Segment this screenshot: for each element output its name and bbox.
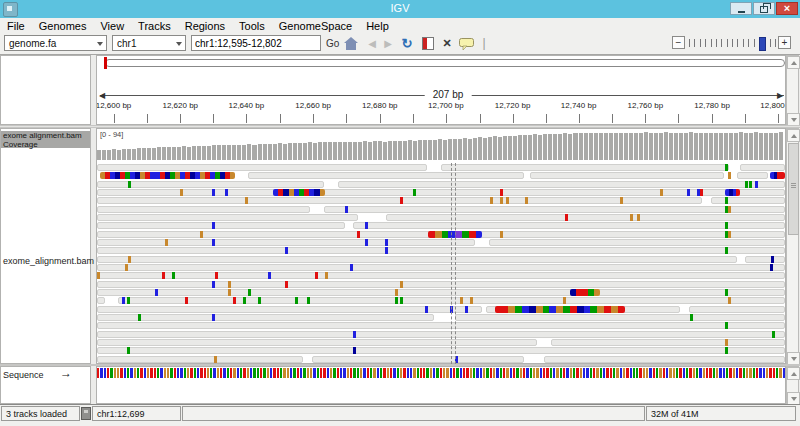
mismatch-read[interactable] (100, 172, 235, 179)
sequence-base (107, 368, 109, 378)
coverage-bar (363, 141, 367, 160)
minimize-button[interactable] (730, 2, 752, 15)
locus-input[interactable] (191, 35, 321, 51)
read[interactable] (97, 322, 785, 329)
read[interactable] (97, 264, 785, 271)
chromosome-select[interactable]: chr1 (112, 35, 186, 51)
read[interactable] (97, 222, 345, 229)
alignment-row (97, 322, 785, 330)
read[interactable] (737, 172, 768, 179)
track-name-coverage[interactable]: exome alignment.bam Coverage (1, 131, 90, 148)
mismatch-base (604, 306, 611, 313)
coverage-bar (694, 133, 698, 160)
read[interactable] (97, 289, 785, 296)
read[interactable] (312, 356, 524, 363)
track-name-alignment[interactable]: exome_alignment.bam (3, 256, 94, 266)
read[interactable] (97, 239, 475, 246)
sequence-scrollbar[interactable] (786, 366, 799, 404)
read[interactable] (324, 206, 785, 213)
read[interactable] (97, 247, 785, 254)
read[interactable] (97, 314, 434, 321)
region-tool-button[interactable] (421, 35, 435, 51)
menu-tools[interactable]: Tools (232, 20, 272, 32)
read[interactable] (97, 356, 303, 363)
forward-button[interactable]: ▶ (382, 35, 394, 51)
mismatch-base (230, 172, 235, 179)
read[interactable] (489, 239, 785, 246)
zoom-tick (705, 39, 706, 47)
sequence-base (736, 368, 738, 378)
genome-select[interactable]: genome.fa (4, 35, 107, 51)
read[interactable] (97, 339, 537, 346)
mismatch-read[interactable] (570, 289, 600, 296)
coverage-bar (288, 143, 292, 160)
zoom-slider[interactable] (689, 37, 775, 49)
read[interactable] (97, 347, 785, 354)
menu-help[interactable]: Help (359, 20, 396, 32)
menu-genomespace[interactable]: GenomeSpace (272, 20, 359, 32)
read[interactable] (745, 256, 785, 263)
read[interactable] (248, 172, 523, 179)
chromosome-ideogram[interactable] (105, 59, 785, 67)
read[interactable] (97, 164, 427, 171)
data-scrollbar[interactable] (786, 128, 799, 364)
sequence-base (423, 368, 425, 378)
menu-view[interactable]: View (93, 20, 131, 32)
alignment-track[interactable] (97, 164, 785, 364)
read[interactable] (455, 314, 785, 321)
read[interactable] (689, 306, 785, 313)
read[interactable] (97, 181, 324, 188)
read[interactable] (544, 356, 785, 363)
close-button[interactable]: × (776, 2, 798, 15)
read[interactable] (740, 164, 785, 171)
scrollbar-thumb[interactable] (788, 143, 799, 235)
sequence-strand-arrow-icon[interactable]: → (60, 366, 72, 380)
mismatch-tick (395, 297, 398, 304)
read[interactable] (97, 281, 785, 288)
sequence-base (590, 368, 592, 378)
read[interactable] (551, 339, 785, 346)
read[interactable] (97, 331, 785, 338)
mismatch-read[interactable] (495, 306, 625, 313)
scroll-up-icon[interactable] (787, 367, 800, 380)
read[interactable] (386, 214, 785, 221)
maximize-button[interactable] (753, 2, 775, 15)
read[interactable] (97, 272, 785, 279)
menu-file[interactable]: File (0, 20, 32, 32)
read[interactable] (338, 181, 785, 188)
read[interactable] (353, 222, 785, 229)
sequence-base (613, 368, 615, 378)
menu-genomes[interactable]: Genomes (32, 20, 94, 32)
fit-tracks-button[interactable]: ✕ (441, 35, 453, 51)
read[interactable] (97, 214, 358, 221)
scroll-up-icon[interactable] (787, 56, 800, 69)
mismatch-read[interactable] (770, 172, 785, 179)
menu-regions[interactable]: Regions (178, 20, 232, 32)
read[interactable] (97, 256, 737, 263)
popup-text-button[interactable] (458, 35, 474, 51)
track-name-sequence[interactable]: Sequence (3, 370, 44, 380)
read[interactable] (97, 297, 105, 304)
read[interactable] (711, 197, 785, 204)
zoom-in-button[interactable]: + (778, 36, 791, 49)
mismatch-read[interactable] (725, 189, 740, 196)
coverage-bar (378, 141, 382, 160)
zoom-out-button[interactable]: − (672, 36, 685, 49)
home-button[interactable] (343, 35, 359, 51)
back-button[interactable]: ◀ (366, 35, 378, 51)
scroll-up-icon[interactable] (787, 129, 800, 142)
read[interactable] (97, 189, 785, 196)
mismatch-tick (212, 189, 215, 196)
menu-tracks[interactable]: Tracks (131, 20, 178, 32)
read[interactable] (530, 172, 724, 179)
sequence-base (696, 368, 698, 378)
mismatch-tick (687, 189, 690, 196)
read[interactable] (441, 164, 729, 171)
mismatch-read[interactable] (273, 189, 325, 196)
refresh-button[interactable]: ↻ (400, 35, 414, 51)
go-button[interactable]: Go (326, 38, 339, 49)
read[interactable] (97, 206, 310, 213)
coverage-bar (117, 150, 121, 160)
ruler-scrollbar[interactable] (786, 55, 799, 125)
zoom-slider-thumb[interactable] (759, 37, 766, 51)
